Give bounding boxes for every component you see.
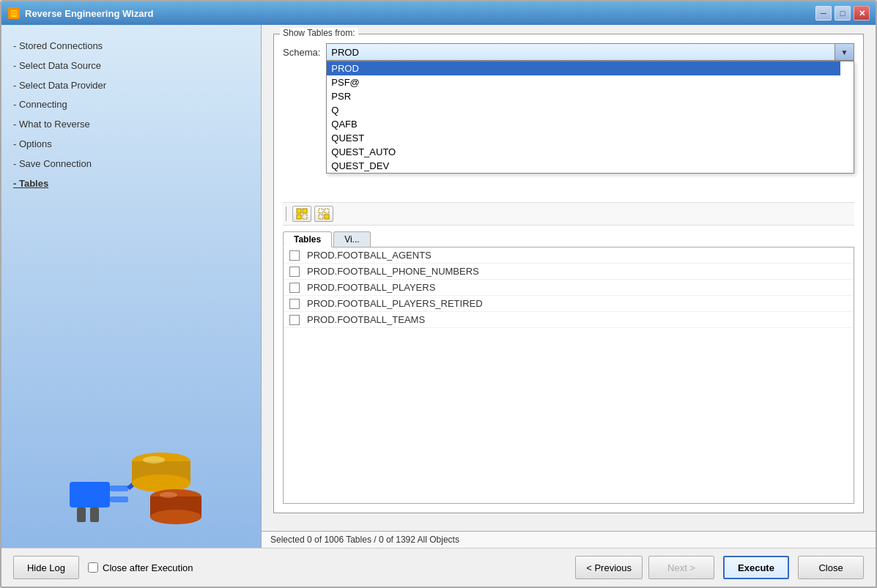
svg-point-17 xyxy=(143,456,165,464)
table-row: PROD.FOOTBALL_PHONE_NUMBERS xyxy=(284,264,854,280)
svg-rect-10 xyxy=(110,496,128,502)
close-after-checkbox[interactable] xyxy=(88,562,98,573)
sidebar-item-save-connection[interactable]: - Save Connection xyxy=(10,155,261,174)
close-after-text: Close after Execution xyxy=(103,562,193,573)
next-button[interactable]: Next > xyxy=(648,556,714,579)
svg-rect-7 xyxy=(77,507,86,522)
svg-rect-8 xyxy=(90,507,99,522)
table-name-3: PROD.FOOTBALL_PLAYERS_RETIRED xyxy=(307,298,483,309)
dropdown-scroll-area[interactable]: PROD PSF@ PSR Q QAFB QUEST QUEST_AUTO QU… xyxy=(327,62,854,173)
previous-button[interactable]: < Previous xyxy=(575,556,643,579)
sidebar-item-select-data-source[interactable]: - Select Data Source xyxy=(10,56,261,76)
deselect-all-button[interactable] xyxy=(314,206,333,222)
app-icon xyxy=(7,7,21,20)
table-row: PROD.FOOTBALL_TEAMS xyxy=(284,312,854,328)
sidebar-item-what-to-reverse[interactable]: - What to Reverse xyxy=(10,115,261,135)
show-tables-group: Show Tables from: Schema: PROD ▼ xyxy=(273,34,864,513)
dropdown-item-quest[interactable]: QUEST xyxy=(327,131,840,145)
close-after-label[interactable]: Close after Execution xyxy=(88,562,193,573)
window-title: Reverse Engineering Wizard xyxy=(25,8,815,19)
dropdown-item-quest-dev[interactable]: QUEST_DEV xyxy=(327,159,840,173)
svg-rect-21 xyxy=(297,215,301,219)
table-checkbox-4[interactable] xyxy=(289,315,300,325)
schema-label: Schema: xyxy=(283,47,320,58)
schema-dropdown-arrow[interactable]: ▼ xyxy=(835,44,854,60)
schema-dropdown-list: PROD PSF@ PSR Q QAFB QUEST QUEST_AUTO QU… xyxy=(326,61,854,174)
svg-rect-19 xyxy=(297,209,301,213)
table-checkbox-0[interactable] xyxy=(289,250,300,261)
schema-select[interactable]: PROD ▼ xyxy=(326,43,854,61)
select-all-button[interactable] xyxy=(292,206,311,222)
panel-content: Show Tables from: Schema: PROD ▼ xyxy=(262,25,876,531)
svg-point-16 xyxy=(150,510,201,524)
schema-select-wrapper: PROD ▼ PROD PSF@ PSR Q QAFB xyxy=(326,43,854,61)
table-row: PROD.FOOTBALL_PLAYERS xyxy=(284,280,854,296)
table-name-4: PROD.FOOTBALL_TEAMS xyxy=(307,314,425,325)
svg-rect-20 xyxy=(303,209,307,213)
sidebar-item-options[interactable]: - Options xyxy=(10,135,261,155)
svg-rect-6 xyxy=(70,482,110,507)
close-button[interactable]: Close xyxy=(798,556,864,579)
table-row: PROD.FOOTBALL_PLAYERS_RETIRED xyxy=(284,296,854,312)
main-window: Reverse Engineering Wizard ─ □ ✕ - Store… xyxy=(0,0,877,588)
table-name-2: PROD.FOOTBALL_PLAYERS xyxy=(307,282,435,293)
group-title: Show Tables from: xyxy=(280,28,358,38)
svg-rect-24 xyxy=(325,209,329,213)
svg-rect-22 xyxy=(303,215,307,219)
db-illustration-svg xyxy=(55,416,216,533)
minimize-button[interactable]: ─ xyxy=(815,6,832,21)
table-name-0: PROD.FOOTBALL_AGENTS xyxy=(307,250,432,261)
tabs-row: Tables Vi... xyxy=(283,231,854,248)
content-area: - Stored Connections - Select Data Sourc… xyxy=(1,25,876,548)
tab-tables[interactable]: Tables xyxy=(283,231,332,248)
dropdown-item-quest-auto[interactable]: QUEST_AUTO xyxy=(327,145,840,159)
bottom-bar: Hide Log Close after Execution < Previou… xyxy=(1,548,876,587)
dropdown-item-psr[interactable]: PSR xyxy=(327,89,840,103)
dropdown-item-prod[interactable]: PROD xyxy=(327,62,840,75)
titlebar: Reverse Engineering Wizard ─ □ ✕ xyxy=(1,1,876,25)
svg-rect-26 xyxy=(325,215,329,219)
schema-row: Schema: PROD ▼ PROD PSF@ xyxy=(283,43,854,61)
svg-point-5 xyxy=(10,15,18,18)
table-list[interactable]: PROD.FOOTBALL_AGENTS PROD.FOOTBALL_PHONE… xyxy=(283,247,854,504)
status-text: Selected 0 of 1006 Tables / 0 of 1392 Al… xyxy=(270,535,459,545)
svg-rect-23 xyxy=(319,209,323,213)
dropdown-item-q[interactable]: Q xyxy=(327,103,840,117)
dropdown-item-qafb[interactable]: QAFB xyxy=(327,117,840,131)
sidebar: - Stored Connections - Select Data Sourc… xyxy=(1,25,262,548)
toolbar-separator xyxy=(286,206,288,221)
sidebar-item-connecting[interactable]: - Connecting xyxy=(10,95,261,115)
sidebar-navigation: - Stored Connections - Select Data Sourc… xyxy=(10,37,261,416)
toolbar-area xyxy=(283,202,854,226)
execute-button[interactable]: Execute xyxy=(723,556,789,579)
svg-rect-9 xyxy=(110,485,128,491)
table-name-1: PROD.FOOTBALL_PHONE_NUMBERS xyxy=(307,266,479,277)
hide-log-button[interactable]: Hide Log xyxy=(13,556,79,579)
table-row: PROD.FOOTBALL_AGENTS xyxy=(284,248,854,264)
sidebar-item-stored-connections[interactable]: - Stored Connections xyxy=(10,37,261,56)
schema-selected-value: PROD xyxy=(331,47,359,58)
table-checkbox-3[interactable] xyxy=(289,299,300,309)
sidebar-item-select-data-provider[interactable]: - Select Data Provider xyxy=(10,76,261,96)
window-controls: ─ □ ✕ xyxy=(815,6,870,21)
tab-views[interactable]: Vi... xyxy=(333,231,370,248)
status-bar: Selected 0 of 1006 Tables / 0 of 1392 Al… xyxy=(262,531,876,548)
close-window-button[interactable]: ✕ xyxy=(854,6,870,21)
maximize-button[interactable]: □ xyxy=(835,6,851,21)
svg-rect-25 xyxy=(319,215,323,219)
navigation-buttons: < Previous Next > xyxy=(575,556,714,579)
main-panel: Show Tables from: Schema: PROD ▼ xyxy=(262,25,876,548)
sidebar-illustration xyxy=(10,416,261,548)
table-checkbox-1[interactable] xyxy=(289,267,300,277)
svg-point-18 xyxy=(160,492,177,498)
sidebar-item-tables[interactable]: - Tables xyxy=(10,174,261,194)
dropdown-item-psf[interactable]: PSF@ xyxy=(327,75,840,89)
table-checkbox-2[interactable] xyxy=(289,283,300,293)
